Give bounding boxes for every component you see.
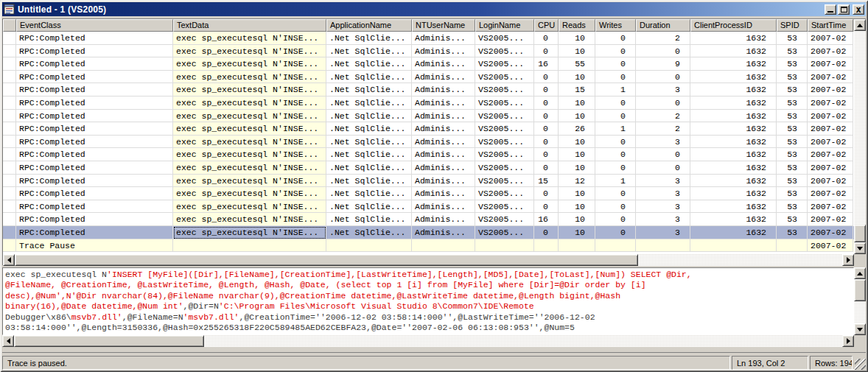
table-row[interactable]: RPC:Completedexec sp_executesql N'INSE..…	[3, 83, 854, 96]
row-gutter-cell[interactable]	[3, 200, 16, 214]
cell-spid[interactable]: 53	[777, 213, 808, 226]
grid-hscroll-thumb[interactable]	[15, 254, 638, 266]
cell-clientprocessid[interactable]: 1632	[690, 32, 777, 45]
cell-clientprocessid[interactable]: 1632	[690, 110, 777, 123]
cell-duration[interactable]: 2	[636, 122, 690, 136]
cell-spid[interactable]: 53	[777, 83, 808, 96]
cell-eventclass[interactable]: RPC:Completed	[16, 200, 173, 214]
cell-loginname[interactable]: VS2005...	[475, 32, 534, 45]
cell-ntusername[interactable]: Adminis...	[412, 226, 475, 239]
table-row[interactable]: RPC:Completedexec sp_executesql N'INSE..…	[3, 200, 854, 214]
cell-writes[interactable]: 0	[595, 110, 636, 123]
grid-vertical-scrollbar[interactable]	[854, 19, 866, 254]
cell-loginname[interactable]: VS2005...	[475, 187, 534, 200]
cell-cpu[interactable]: 0	[534, 187, 559, 200]
cell-ntusername[interactable]: Adminis...	[412, 148, 475, 161]
cell-reads[interactable]: 10	[559, 45, 595, 58]
cell-applicationname[interactable]: .Net SqlClie...	[326, 71, 412, 84]
table-row[interactable]: RPC:Completedexec sp_executesql N'INSE..…	[3, 110, 854, 123]
detail-scroll-right-button[interactable]	[842, 335, 854, 347]
cell-spid[interactable]: 53	[777, 45, 808, 58]
row-gutter-cell[interactable]	[3, 96, 16, 110]
cell-cpu[interactable]: 0	[534, 161, 559, 175]
minimize-button[interactable]	[825, 4, 836, 15]
cell-duration[interactable]: 3	[636, 136, 690, 149]
cell-writes[interactable]: 0	[595, 96, 636, 110]
table-row[interactable]: RPC:Completedexec sp_executesql N'INSE..…	[3, 213, 854, 226]
grid-vscroll-thumb[interactable]	[854, 225, 866, 242]
grid-hscroll-track[interactable]	[15, 254, 842, 266]
cell-spid[interactable]: 53	[777, 187, 808, 200]
table-row[interactable]: RPC:Completedexec sp_executesql N'INSE..…	[3, 32, 854, 45]
cell-ntusername[interactable]: Adminis...	[412, 161, 475, 175]
cell-starttime[interactable]: 2007-02	[808, 161, 853, 175]
cell-textdata[interactable]: exec sp_executesql N'INSE...	[173, 110, 326, 123]
cell-eventclass[interactable]: RPC:Completed	[16, 148, 173, 161]
cell-applicationname[interactable]	[326, 239, 412, 253]
detail-hscroll-thumb[interactable]	[14, 335, 204, 347]
table-row[interactable]: Trace Pause2007-02	[3, 239, 854, 253]
cell-clientprocessid[interactable]: 1632	[690, 96, 777, 110]
cell-writes[interactable]: 1	[595, 122, 636, 136]
cell-applicationname[interactable]: .Net SqlClie...	[326, 200, 412, 214]
cell-starttime[interactable]: 2007-02	[808, 71, 853, 84]
cell-eventclass[interactable]: RPC:Completed	[16, 71, 173, 84]
table-row[interactable]: RPC:Completedexec sp_executesql N'INSE..…	[3, 122, 854, 136]
detail-hscroll-track[interactable]	[14, 335, 842, 347]
cell-eventclass[interactable]: RPC:Completed	[16, 226, 173, 239]
cell-textdata[interactable]: exec sp_executesql N'INSE...	[173, 96, 326, 110]
cell-ntusername[interactable]: Adminis...	[412, 187, 475, 200]
cell-starttime[interactable]: 2007-02	[808, 226, 853, 239]
cell-writes[interactable]: 0	[595, 136, 636, 149]
cell-ntusername[interactable]: Adminis...	[412, 45, 475, 58]
cell-reads[interactable]: 26	[559, 122, 595, 136]
cell-eventclass[interactable]: Trace Pause	[16, 239, 173, 253]
cell-writes[interactable]: 1	[595, 83, 636, 96]
cell-applicationname[interactable]: .Net SqlClie...	[326, 136, 412, 149]
cell-spid[interactable]: 53	[777, 226, 808, 239]
row-gutter-cell[interactable]	[3, 148, 16, 161]
column-header-ntusername[interactable]: NTUserName	[412, 19, 475, 32]
detail-vscroll-thumb[interactable]	[854, 279, 866, 301]
cell-starttime[interactable]: 2007-02	[808, 45, 853, 58]
cell-loginname[interactable]: VS2005...	[475, 96, 534, 110]
cell-cpu[interactable]: 0	[534, 226, 559, 239]
row-gutter-cell[interactable]	[3, 110, 16, 123]
cell-spid[interactable]: 53	[777, 161, 808, 175]
cell-textdata[interactable]: exec sp_executesql N'INSE...	[173, 213, 326, 226]
cell-clientprocessid[interactable]: 1632	[690, 45, 777, 58]
cell-cpu[interactable]: 15	[534, 175, 559, 188]
cell-eventclass[interactable]: RPC:Completed	[16, 83, 173, 96]
cell-ntusername[interactable]: Adminis...	[412, 122, 475, 136]
column-header-duration[interactable]: Duration	[636, 19, 690, 32]
cell-loginname[interactable]: VS2005...	[475, 200, 534, 214]
table-row[interactable]: RPC:Completedexec sp_executesql N'INSE..…	[3, 187, 854, 200]
cell-textdata[interactable]: exec sp_executesql N'INSE...	[173, 71, 326, 84]
cell-applicationname[interactable]: .Net SqlClie...	[326, 110, 412, 123]
cell-loginname[interactable]: VS2005...	[475, 57, 534, 71]
cell-textdata[interactable]: exec sp_executesql N'INSE...	[173, 161, 326, 175]
cell-writes[interactable]: 0	[595, 161, 636, 175]
row-gutter-cell[interactable]	[3, 45, 16, 58]
cell-loginname[interactable]	[475, 239, 534, 253]
row-gutter-cell[interactable]	[3, 57, 16, 71]
cell-duration[interactable]: 2	[636, 32, 690, 45]
cell-starttime[interactable]: 2007-02	[808, 136, 853, 149]
cell-applicationname[interactable]: .Net SqlClie...	[326, 187, 412, 200]
table-row[interactable]: RPC:Completedexec sp_executesql N'INSE..…	[3, 136, 854, 149]
column-header-textdata[interactable]: TextData	[173, 19, 326, 32]
cell-starttime[interactable]: 2007-02	[808, 57, 853, 71]
cell-ntusername[interactable]: Adminis...	[412, 71, 475, 84]
row-gutter-cell[interactable]	[3, 161, 16, 175]
cell-duration[interactable]: 0	[636, 96, 690, 110]
cell-applicationname[interactable]: .Net SqlClie...	[326, 57, 412, 71]
table-row[interactable]: RPC:Completedexec sp_executesql N'INSE..…	[3, 71, 854, 84]
cell-ntusername[interactable]: Adminis...	[412, 110, 475, 123]
row-gutter-cell[interactable]	[3, 136, 16, 149]
cell-textdata[interactable]: exec sp_executesql N'INSE...	[173, 45, 326, 58]
cell-starttime[interactable]: 2007-02	[808, 148, 853, 161]
table-row[interactable]: RPC:Completedexec sp_executesql N'INSE..…	[3, 96, 854, 110]
cell-applicationname[interactable]: .Net SqlClie...	[326, 83, 412, 96]
cell-applicationname[interactable]: .Net SqlClie...	[326, 226, 412, 239]
cell-eventclass[interactable]: RPC:Completed	[16, 122, 173, 136]
